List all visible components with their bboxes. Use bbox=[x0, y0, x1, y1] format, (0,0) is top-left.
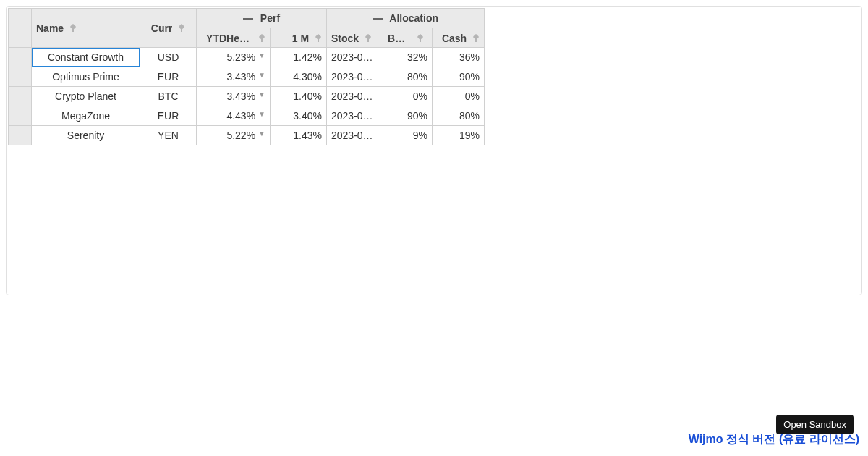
cell-bond[interactable]: 80% bbox=[383, 67, 433, 87]
pin-icon[interactable] bbox=[178, 25, 185, 32]
col-header-1m[interactable]: 1 M bbox=[271, 28, 327, 48]
cell-1m[interactable]: 3.40% bbox=[271, 106, 327, 126]
cell-name[interactable]: Crypto Planet bbox=[32, 87, 140, 106]
cell-stock[interactable]: 2023-0… bbox=[327, 106, 383, 126]
cell-stock[interactable]: 2023-0… bbox=[327, 126, 383, 145]
grid-panel: Name Curr Perf Allocation YTDH bbox=[6, 6, 862, 295]
row-header[interactable] bbox=[9, 67, 32, 87]
col-header-curr[interactable]: Curr bbox=[140, 9, 197, 48]
wijmo-license-link[interactable]: Wijmo 정식 버전 (유료 라이선스) bbox=[689, 432, 859, 447]
collapse-icon[interactable] bbox=[243, 18, 253, 20]
col-header-bond-label: Bond bbox=[388, 33, 411, 44]
cell-curr[interactable]: YEN bbox=[140, 126, 197, 145]
cell-name[interactable]: MegaZone bbox=[32, 106, 140, 126]
table-row[interactable]: SerenityYEN5.22%▼1.43%2023-0…9%19% bbox=[9, 126, 485, 145]
corner-header bbox=[9, 9, 32, 48]
col-header-ytd-label: YTDHeaderYTDHeaderYTDHeader bbox=[206, 33, 252, 44]
cell-stock[interactable]: 2023-0… bbox=[327, 67, 383, 87]
cell-curr[interactable]: BTC bbox=[140, 87, 197, 106]
cell-cash[interactable]: 80% bbox=[433, 106, 485, 126]
cell-ytd-value: 3.43% bbox=[218, 71, 255, 83]
cell-stock[interactable]: 2023-0… bbox=[327, 48, 383, 67]
cell-ytd-value: 4.43% bbox=[218, 110, 255, 122]
table-row[interactable]: Crypto PlanetBTC3.43%▼1.40%2023-0…0%0% bbox=[9, 87, 485, 106]
open-sandbox-button[interactable]: Open Sandbox bbox=[776, 415, 854, 434]
cell-bond[interactable]: 90% bbox=[383, 106, 433, 126]
cell-ytd-value: 3.43% bbox=[218, 90, 255, 102]
dropdown-icon[interactable]: ▼ bbox=[258, 90, 265, 98]
footer: Wijmo 정식 버전 (유료 라이선스) bbox=[689, 432, 859, 447]
cell-curr[interactable]: EUR bbox=[140, 67, 197, 87]
cell-1m[interactable]: 1.42% bbox=[271, 48, 327, 67]
cell-ytd[interactable]: 4.43%▼ bbox=[197, 106, 271, 126]
cell-cash[interactable]: 90% bbox=[433, 67, 485, 87]
cell-name[interactable]: Constant Growth bbox=[32, 48, 140, 67]
cell-cash[interactable]: 0% bbox=[433, 87, 485, 106]
table-row[interactable]: MegaZoneEUR4.43%▼3.40%2023-0…90%80% bbox=[9, 106, 485, 126]
col-header-bond[interactable]: Bond bbox=[383, 28, 433, 48]
pin-icon[interactable] bbox=[472, 35, 480, 42]
col-group-perf-label: Perf bbox=[260, 12, 280, 24]
cell-ytd[interactable]: 5.23%▼ bbox=[197, 48, 271, 67]
cell-ytd[interactable]: 3.43%▼ bbox=[197, 87, 271, 106]
table-row[interactable]: Constant GrowthUSD5.23%▼1.42%2023-0…32%3… bbox=[9, 48, 485, 67]
pin-icon[interactable] bbox=[315, 35, 322, 42]
col-header-stock[interactable]: Stock bbox=[327, 28, 383, 48]
dropdown-icon[interactable]: ▼ bbox=[258, 71, 265, 79]
dropdown-icon[interactable]: ▼ bbox=[258, 51, 265, 59]
cell-name[interactable]: Serenity bbox=[32, 126, 140, 145]
dropdown-icon[interactable]: ▼ bbox=[258, 130, 265, 138]
data-grid[interactable]: Name Curr Perf Allocation YTDH bbox=[8, 8, 485, 145]
row-header[interactable] bbox=[9, 126, 32, 145]
col-header-cash[interactable]: Cash bbox=[433, 28, 485, 48]
col-header-name[interactable]: Name bbox=[32, 9, 140, 48]
cell-name[interactable]: Optimus Prime bbox=[32, 67, 140, 87]
col-header-ytd[interactable]: YTDHeaderYTDHeaderYTDHeader bbox=[197, 28, 271, 48]
row-header[interactable] bbox=[9, 87, 32, 106]
col-group-allocation-label: Allocation bbox=[389, 12, 438, 24]
col-group-allocation[interactable]: Allocation bbox=[327, 9, 485, 28]
col-header-stock-label: Stock bbox=[331, 33, 359, 44]
cell-bond[interactable]: 0% bbox=[383, 87, 433, 106]
pin-icon[interactable] bbox=[258, 35, 265, 42]
cell-1m[interactable]: 1.43% bbox=[271, 126, 327, 145]
col-header-name-label: Name bbox=[36, 22, 64, 34]
pin-icon[interactable] bbox=[69, 25, 77, 32]
cell-ytd[interactable]: 3.43%▼ bbox=[197, 67, 271, 87]
col-header-curr-label: Curr bbox=[151, 22, 173, 34]
cell-bond[interactable]: 9% bbox=[383, 126, 433, 145]
dropdown-icon[interactable]: ▼ bbox=[258, 110, 265, 118]
table-row[interactable]: Optimus PrimeEUR3.43%▼4.30%2023-0…80%90% bbox=[9, 67, 485, 87]
cell-1m[interactable]: 1.40% bbox=[271, 87, 327, 106]
cell-bond[interactable]: 32% bbox=[383, 48, 433, 67]
row-header[interactable] bbox=[9, 48, 32, 67]
cell-curr[interactable]: EUR bbox=[140, 106, 197, 126]
cell-1m[interactable]: 4.30% bbox=[271, 67, 327, 87]
col-header-1m-label: 1 M bbox=[292, 33, 309, 44]
row-header[interactable] bbox=[9, 106, 32, 126]
cell-ytd[interactable]: 5.22%▼ bbox=[197, 126, 271, 145]
col-group-perf[interactable]: Perf bbox=[197, 9, 327, 28]
pin-icon[interactable] bbox=[417, 35, 424, 42]
cell-stock[interactable]: 2023-0… bbox=[327, 87, 383, 106]
collapse-icon[interactable] bbox=[373, 18, 383, 20]
cell-ytd-value: 5.22% bbox=[218, 130, 255, 141]
cell-curr[interactable]: USD bbox=[140, 48, 197, 67]
cell-ytd-value: 5.23% bbox=[218, 51, 255, 63]
cell-cash[interactable]: 19% bbox=[433, 126, 485, 145]
col-header-cash-label: Cash bbox=[442, 33, 467, 44]
pin-icon[interactable] bbox=[365, 35, 372, 42]
cell-cash[interactable]: 36% bbox=[433, 48, 485, 67]
